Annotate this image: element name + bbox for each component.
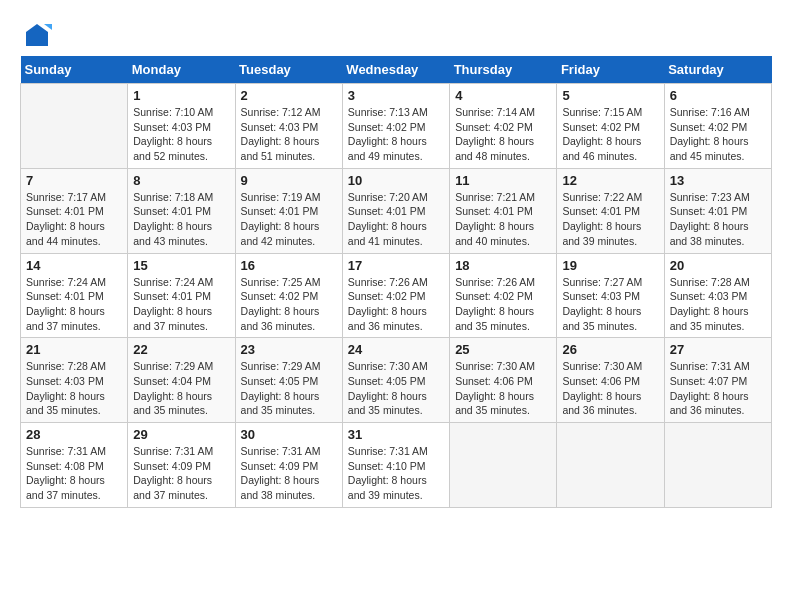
day-info: Sunrise: 7:17 AM Sunset: 4:01 PM Dayligh… xyxy=(26,190,122,249)
weekday-header-wednesday: Wednesday xyxy=(342,56,449,84)
calendar-cell: 10Sunrise: 7:20 AM Sunset: 4:01 PM Dayli… xyxy=(342,168,449,253)
logo-icon xyxy=(22,20,52,50)
day-info: Sunrise: 7:12 AM Sunset: 4:03 PM Dayligh… xyxy=(241,105,337,164)
calendar-cell: 12Sunrise: 7:22 AM Sunset: 4:01 PM Dayli… xyxy=(557,168,664,253)
day-number: 14 xyxy=(26,258,122,273)
calendar-week-4: 21Sunrise: 7:28 AM Sunset: 4:03 PM Dayli… xyxy=(21,338,772,423)
page-header xyxy=(20,20,772,46)
day-info: Sunrise: 7:31 AM Sunset: 4:10 PM Dayligh… xyxy=(348,444,444,503)
calendar-cell: 20Sunrise: 7:28 AM Sunset: 4:03 PM Dayli… xyxy=(664,253,771,338)
day-number: 11 xyxy=(455,173,551,188)
day-info: Sunrise: 7:27 AM Sunset: 4:03 PM Dayligh… xyxy=(562,275,658,334)
day-number: 15 xyxy=(133,258,229,273)
day-info: Sunrise: 7:21 AM Sunset: 4:01 PM Dayligh… xyxy=(455,190,551,249)
day-info: Sunrise: 7:29 AM Sunset: 4:05 PM Dayligh… xyxy=(241,359,337,418)
day-info: Sunrise: 7:23 AM Sunset: 4:01 PM Dayligh… xyxy=(670,190,766,249)
logo xyxy=(20,20,52,46)
day-info: Sunrise: 7:24 AM Sunset: 4:01 PM Dayligh… xyxy=(133,275,229,334)
calendar-cell: 8Sunrise: 7:18 AM Sunset: 4:01 PM Daylig… xyxy=(128,168,235,253)
calendar-week-5: 28Sunrise: 7:31 AM Sunset: 4:08 PM Dayli… xyxy=(21,423,772,508)
day-number: 7 xyxy=(26,173,122,188)
day-number: 3 xyxy=(348,88,444,103)
day-info: Sunrise: 7:24 AM Sunset: 4:01 PM Dayligh… xyxy=(26,275,122,334)
day-number: 1 xyxy=(133,88,229,103)
calendar-cell: 3Sunrise: 7:13 AM Sunset: 4:02 PM Daylig… xyxy=(342,84,449,169)
day-number: 27 xyxy=(670,342,766,357)
day-number: 8 xyxy=(133,173,229,188)
weekday-header-monday: Monday xyxy=(128,56,235,84)
day-info: Sunrise: 7:31 AM Sunset: 4:08 PM Dayligh… xyxy=(26,444,122,503)
calendar-cell: 27Sunrise: 7:31 AM Sunset: 4:07 PM Dayli… xyxy=(664,338,771,423)
calendar-cell: 9Sunrise: 7:19 AM Sunset: 4:01 PM Daylig… xyxy=(235,168,342,253)
calendar-week-3: 14Sunrise: 7:24 AM Sunset: 4:01 PM Dayli… xyxy=(21,253,772,338)
calendar-cell: 2Sunrise: 7:12 AM Sunset: 4:03 PM Daylig… xyxy=(235,84,342,169)
day-info: Sunrise: 7:30 AM Sunset: 4:06 PM Dayligh… xyxy=(455,359,551,418)
svg-marker-1 xyxy=(44,24,52,30)
day-number: 22 xyxy=(133,342,229,357)
calendar-cell: 14Sunrise: 7:24 AM Sunset: 4:01 PM Dayli… xyxy=(21,253,128,338)
calendar-cell: 28Sunrise: 7:31 AM Sunset: 4:08 PM Dayli… xyxy=(21,423,128,508)
calendar-cell: 17Sunrise: 7:26 AM Sunset: 4:02 PM Dayli… xyxy=(342,253,449,338)
calendar-cell xyxy=(557,423,664,508)
calendar-cell: 16Sunrise: 7:25 AM Sunset: 4:02 PM Dayli… xyxy=(235,253,342,338)
day-info: Sunrise: 7:31 AM Sunset: 4:07 PM Dayligh… xyxy=(670,359,766,418)
day-info: Sunrise: 7:18 AM Sunset: 4:01 PM Dayligh… xyxy=(133,190,229,249)
calendar-cell: 11Sunrise: 7:21 AM Sunset: 4:01 PM Dayli… xyxy=(450,168,557,253)
weekday-header-sunday: Sunday xyxy=(21,56,128,84)
day-info: Sunrise: 7:16 AM Sunset: 4:02 PM Dayligh… xyxy=(670,105,766,164)
day-number: 10 xyxy=(348,173,444,188)
day-number: 21 xyxy=(26,342,122,357)
day-info: Sunrise: 7:31 AM Sunset: 4:09 PM Dayligh… xyxy=(241,444,337,503)
day-number: 16 xyxy=(241,258,337,273)
day-number: 13 xyxy=(670,173,766,188)
day-number: 28 xyxy=(26,427,122,442)
day-info: Sunrise: 7:10 AM Sunset: 4:03 PM Dayligh… xyxy=(133,105,229,164)
day-number: 12 xyxy=(562,173,658,188)
day-info: Sunrise: 7:15 AM Sunset: 4:02 PM Dayligh… xyxy=(562,105,658,164)
day-number: 4 xyxy=(455,88,551,103)
day-number: 17 xyxy=(348,258,444,273)
day-number: 6 xyxy=(670,88,766,103)
calendar-cell: 30Sunrise: 7:31 AM Sunset: 4:09 PM Dayli… xyxy=(235,423,342,508)
day-number: 29 xyxy=(133,427,229,442)
day-info: Sunrise: 7:28 AM Sunset: 4:03 PM Dayligh… xyxy=(670,275,766,334)
day-number: 26 xyxy=(562,342,658,357)
calendar-cell xyxy=(21,84,128,169)
calendar-cell: 31Sunrise: 7:31 AM Sunset: 4:10 PM Dayli… xyxy=(342,423,449,508)
calendar-cell: 4Sunrise: 7:14 AM Sunset: 4:02 PM Daylig… xyxy=(450,84,557,169)
calendar-week-2: 7Sunrise: 7:17 AM Sunset: 4:01 PM Daylig… xyxy=(21,168,772,253)
weekday-header-friday: Friday xyxy=(557,56,664,84)
day-info: Sunrise: 7:26 AM Sunset: 4:02 PM Dayligh… xyxy=(455,275,551,334)
day-info: Sunrise: 7:13 AM Sunset: 4:02 PM Dayligh… xyxy=(348,105,444,164)
day-info: Sunrise: 7:30 AM Sunset: 4:06 PM Dayligh… xyxy=(562,359,658,418)
day-info: Sunrise: 7:28 AM Sunset: 4:03 PM Dayligh… xyxy=(26,359,122,418)
calendar-cell: 1Sunrise: 7:10 AM Sunset: 4:03 PM Daylig… xyxy=(128,84,235,169)
calendar-cell xyxy=(450,423,557,508)
day-info: Sunrise: 7:14 AM Sunset: 4:02 PM Dayligh… xyxy=(455,105,551,164)
calendar-cell: 29Sunrise: 7:31 AM Sunset: 4:09 PM Dayli… xyxy=(128,423,235,508)
day-number: 19 xyxy=(562,258,658,273)
calendar-cell xyxy=(664,423,771,508)
day-number: 5 xyxy=(562,88,658,103)
weekday-header-thursday: Thursday xyxy=(450,56,557,84)
calendar-cell: 23Sunrise: 7:29 AM Sunset: 4:05 PM Dayli… xyxy=(235,338,342,423)
calendar-cell: 21Sunrise: 7:28 AM Sunset: 4:03 PM Dayli… xyxy=(21,338,128,423)
day-number: 2 xyxy=(241,88,337,103)
day-info: Sunrise: 7:22 AM Sunset: 4:01 PM Dayligh… xyxy=(562,190,658,249)
day-info: Sunrise: 7:30 AM Sunset: 4:05 PM Dayligh… xyxy=(348,359,444,418)
day-number: 24 xyxy=(348,342,444,357)
calendar-cell: 19Sunrise: 7:27 AM Sunset: 4:03 PM Dayli… xyxy=(557,253,664,338)
calendar-cell: 5Sunrise: 7:15 AM Sunset: 4:02 PM Daylig… xyxy=(557,84,664,169)
day-number: 31 xyxy=(348,427,444,442)
day-info: Sunrise: 7:26 AM Sunset: 4:02 PM Dayligh… xyxy=(348,275,444,334)
day-info: Sunrise: 7:29 AM Sunset: 4:04 PM Dayligh… xyxy=(133,359,229,418)
calendar-cell: 25Sunrise: 7:30 AM Sunset: 4:06 PM Dayli… xyxy=(450,338,557,423)
svg-marker-0 xyxy=(26,24,48,46)
day-number: 30 xyxy=(241,427,337,442)
calendar-cell: 6Sunrise: 7:16 AM Sunset: 4:02 PM Daylig… xyxy=(664,84,771,169)
day-info: Sunrise: 7:19 AM Sunset: 4:01 PM Dayligh… xyxy=(241,190,337,249)
day-number: 20 xyxy=(670,258,766,273)
calendar-cell: 13Sunrise: 7:23 AM Sunset: 4:01 PM Dayli… xyxy=(664,168,771,253)
weekday-header-tuesday: Tuesday xyxy=(235,56,342,84)
calendar-week-1: 1Sunrise: 7:10 AM Sunset: 4:03 PM Daylig… xyxy=(21,84,772,169)
